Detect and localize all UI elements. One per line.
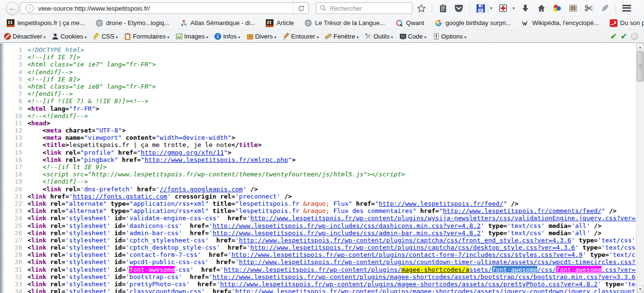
menu-button[interactable]	[621, 3, 632, 13]
devbar-menu-divers[interactable]: Divers▾	[247, 33, 276, 40]
line-number: 11	[4, 120, 22, 127]
source-token: 'stylesheet'	[65, 229, 110, 237]
reading-list-button[interactable]	[438, 3, 448, 13]
home-button[interactable]	[536, 3, 547, 13]
save-split-button: ▾	[475, 3, 493, 13]
source-token: rel	[46, 222, 61, 229]
source-token: href	[133, 186, 152, 193]
url-bar[interactable]: i view-source:http://www.lespetitspois.f…	[20, 2, 309, 14]
vertical-scrollbar[interactable]: ▲ ▼	[636, 43, 644, 293]
source-token: 'contact-form-7-css'	[126, 251, 202, 258]
source-link[interactable]: http://gmpg.org/xfn/11	[141, 149, 224, 156]
devbar-menu-entourer[interactable]: Entourer▾	[283, 33, 319, 40]
source-link[interactable]: http://www.lespetitspois.fr/wp-content/p…	[224, 266, 401, 273]
source-link[interactable]: http://www.lespetitspois.fr/xmlrpc.php	[145, 156, 288, 163]
source-link[interactable]: http://www.lespetitspois.fr/wp-content/p…	[250, 244, 575, 251]
source-link[interactable]: http://www.lespetitspois.fr/wp-content/p…	[232, 251, 583, 258]
source-line-31: 31<link rel='stylesheet' id='font-awesom…	[4, 266, 636, 273]
screenshot-addon-button[interactable]	[568, 3, 578, 13]
bookmark-article[interactable]: Article	[266, 19, 294, 27]
source-token: 'stylesheet'	[65, 273, 110, 280]
addon-red-cross-button[interactable]	[498, 3, 508, 13]
devbar-menu-options[interactable]: Options▾	[433, 33, 466, 40]
source-link[interactable]: http://www.lespetitspois.fr/wp-content/p…	[220, 280, 598, 288]
source-link[interactable]: http://www.lespetitspois.fr/comments/fee…	[443, 207, 602, 214]
source-link[interactable]: http://www.lespetitspois.fr/wp-content/p…	[235, 288, 636, 293]
pocket-button[interactable]	[453, 3, 464, 13]
reload-button[interactable]	[293, 3, 308, 13]
page-info-icon[interactable]: i	[26, 4, 34, 13]
bookmark-drone-etymo-logiq[interactable]: drone - Etymo...logiq...	[96, 19, 169, 27]
bookmark-lespetitspois-fr-ca-me[interactable]: lespetitspois.fr | ça me...	[7, 19, 85, 27]
search-bar[interactable]: Rechercher	[316, 2, 412, 14]
source-token: <	[27, 280, 31, 288]
colorzilla-button[interactable]	[552, 3, 562, 13]
source-token: <![endif]-->	[27, 68, 73, 76]
source-token: '	[480, 229, 484, 237]
save-dropdown-button[interactable]: ▾	[490, 6, 493, 11]
source-token: rel	[46, 288, 61, 293]
source-token: =	[205, 273, 209, 280]
bookmark-wikipedia-l-encyclope[interactable]: Wikipédia, l'encyclopé...	[521, 19, 599, 27]
devbar-menu-infos[interactable]: Infos▾	[214, 33, 240, 40]
source-token: "	[503, 200, 507, 207]
back-button[interactable]: ←	[6, 2, 19, 15]
source-link[interactable]: font-awesome	[492, 266, 537, 273]
devbar-menu-code[interactable]: Code▾	[399, 33, 426, 40]
line-number: 1	[4, 46, 22, 53]
source-link[interactable]: /css/	[537, 266, 556, 273]
qwant-favicon-icon	[396, 19, 403, 27]
devbar-menu-formulaires[interactable]: Formulaires▾	[124, 33, 169, 40]
source-token: =	[122, 273, 126, 280]
source-token: rel	[46, 237, 61, 244]
addon-dropdown-button[interactable]: ▾	[513, 6, 515, 11]
source-link[interactable]: https://fonts.gstatic.com	[73, 193, 167, 200]
downloads-button[interactable]	[520, 3, 531, 13]
bookmark-du-son-pour-vos-proje[interactable]: Du son pour vos proje...	[610, 19, 644, 27]
source-link[interactable]: .css?ver=4.7.0	[602, 266, 636, 273]
snip-tool-button[interactable]	[584, 3, 594, 13]
source-token: id	[110, 266, 122, 273]
scissors-icon	[584, 4, 594, 13]
wikipedia-favicon-icon	[521, 19, 529, 27]
save-page-button[interactable]	[475, 3, 486, 13]
css-valid-check-icon[interactable]: ✔	[610, 32, 617, 41]
devbar-menu-cookies[interactable]: Cookies▾	[52, 33, 86, 40]
source-token: <	[27, 200, 31, 207]
source-link[interactable]: http://www.lespetitspois.fr/wp-includes/…	[213, 229, 481, 237]
devbar-menu-images[interactable]: Images▾	[176, 33, 208, 40]
source-link[interactable]: font-awesome	[556, 266, 602, 273]
devbar-menu-desactiver[interactable]: Désactiver▾	[4, 33, 45, 40]
source-left-strip	[0, 43, 4, 293]
source-link[interactable]: //fonts.googleapis.com	[160, 186, 243, 193]
bookmark-google-birthday-surpri[interactable]: google birthday surpri...	[435, 19, 511, 27]
source-link[interactable]: magee-shortcodes/a	[401, 266, 469, 273]
source-token: =	[122, 280, 126, 288]
source-token: "	[141, 156, 145, 163]
devbar-menu-outils[interactable]: Outils▾	[365, 33, 393, 40]
quill-addon-button[interactable]	[600, 3, 610, 13]
source-link[interactable]: http://www.lespetitspois.fr/wp-content/p…	[239, 237, 571, 244]
source-link[interactable]: http://www.lespetitspois.fr/wp-content/p…	[213, 273, 636, 280]
source-link[interactable]: http://www.lespetitspois.fr/wp-includes/…	[213, 222, 481, 229]
line-number: 17	[4, 163, 22, 171]
source-link[interactable]: http://www.lespetitspois.fr/wp-content/p…	[239, 258, 636, 266]
source-token: '	[228, 251, 232, 258]
source-token: href	[118, 156, 137, 163]
bookmark-atlas-semantique-di[interactable]: Atlas Sémantique - di...	[180, 19, 255, 27]
devbar-menu-css[interactable]: CSS▾	[93, 33, 118, 40]
js-valid-check-icon[interactable]: ✔	[621, 32, 627, 41]
source-link[interactable]: http://www.lespetitspois.fr/wp-content/p…	[250, 214, 636, 222]
bookmark-star-button[interactable]	[416, 3, 426, 13]
bookmark-qwant[interactable]: Qwant	[396, 19, 425, 27]
source-link[interactable]: http://www.lespetitspois.fr/feed/	[379, 200, 503, 207]
scroll-down-button[interactable]: ▼	[637, 285, 644, 293]
source-link[interactable]: ssets/	[469, 266, 492, 273]
source-line-26: 26<link rel='stylesheet' id='admin-bar-c…	[4, 229, 636, 237]
bookmark-le-tresor-de-la-langue[interactable]: Le Trésor de la Langue...	[304, 19, 385, 27]
scroll-up-button[interactable]: ▲	[637, 43, 644, 51]
scrollbar-thumb[interactable]	[637, 52, 644, 81]
devbar-menu-label: CSS	[101, 33, 114, 40]
browser-chrome: ← i view-source:http://www.lespetitspois…	[0, 0, 644, 43]
devbar-menu-fenetre[interactable]: Fenêtre▾	[325, 33, 358, 40]
